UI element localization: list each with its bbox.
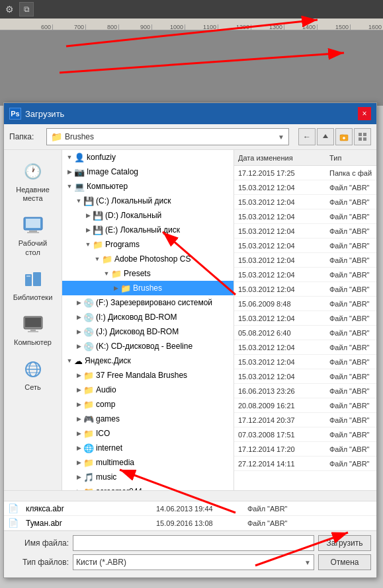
new-folder-button[interactable] — [335, 128, 353, 145]
tree-expand-icon[interactable]: ▼ — [65, 356, 74, 365]
file-list-item[interactable]: 15.03.2012 12:04Файл "ABR" — [234, 209, 376, 224]
tree-expand-icon[interactable]: ▼ — [74, 196, 83, 205]
sidebar-item-recent[interactable]: 🕐 Недавние места — [7, 155, 59, 207]
tree-item[interactable]: ▶📷Image Catalog — [62, 165, 234, 179]
tree-expand-icon[interactable]: ▶ — [74, 414, 83, 423]
file-list[interactable]: 17.12.2015 17:25Папка с фай15.03.2012 12… — [234, 166, 376, 490]
tree-expand-icon[interactable]: ▶ — [74, 458, 83, 467]
pinned-file-tuman[interactable]: 📄 Туман.abr 15.09.2016 13:08 Файл "ABR" — [4, 516, 376, 531]
tree-item[interactable]: ▶💿(I:) Дисковод BD-ROM — [62, 310, 234, 324]
tree-expand-icon[interactable]: ▶ — [74, 312, 83, 322]
col-header-date[interactable]: Дата изменения — [238, 154, 324, 162]
tree-expand-icon[interactable]: ▶ — [74, 298, 83, 307]
file-list-item[interactable]: 15.03.2012 12:04Файл "ABR" — [234, 239, 376, 253]
tree-item[interactable]: ▶💿(K:) CD-дисковод - Beeline — [62, 339, 234, 353]
file-list-item[interactable]: 15.03.2012 12:04Файл "ABR" — [234, 180, 376, 195]
file-list-item[interactable]: 15.03.2012 12:04Файл "ABR" — [234, 369, 376, 384]
tree-item[interactable]: ▼📁Programs — [62, 237, 234, 252]
tree-expand-icon[interactable]: ▼ — [102, 269, 111, 278]
tree-expand-icon[interactable]: ▶ — [74, 400, 83, 409]
tree-item[interactable]: ▶💾(D:) Локальный — [62, 208, 234, 223]
tree-expand-icon[interactable]: ▶ — [74, 472, 83, 482]
file-list-item[interactable]: 17.12.2015 17:25Папка с фай — [234, 166, 376, 180]
view-toggle-button[interactable] — [354, 128, 371, 145]
folder-select[interactable]: 📁 Brushes ▼ — [46, 128, 289, 145]
up-button[interactable] — [317, 128, 334, 145]
tree-item[interactable]: ▼📁Adobe Photoshop CS — [62, 252, 234, 266]
file-list-item[interactable]: 15.03.2012 12:04Файл "ABR" — [234, 224, 376, 239]
sidebar-item-desktop[interactable]: Рабочий стол — [7, 209, 59, 261]
tree-expand-icon[interactable]: ▶ — [74, 443, 83, 453]
file-list-item[interactable]: 15.03.2012 12:04Файл "ABR" — [234, 253, 376, 268]
tree-expand-icon[interactable]: ▶ — [74, 385, 83, 394]
file-list-item[interactable]: 15.03.2012 12:04Файл "ABR" — [234, 268, 376, 282]
tree-item[interactable]: ▶💾(E:) Локальный диск — [62, 223, 234, 237]
file-list-item[interactable]: 16.06.2013 23:26Файл "ABR" — [234, 384, 376, 398]
tree-item[interactable]: ▶🎮games — [62, 412, 234, 426]
file-list-item[interactable]: 17.12.2014 17:20Файл "ABR" — [234, 442, 376, 457]
tree-item[interactable]: ▶📁37 Free Mandala Brushes — [62, 368, 234, 383]
file-list-item[interactable]: 05.08.2012 6:40Файл "ABR" — [234, 326, 376, 340]
tree-expand-icon[interactable]: ▼ — [65, 182, 74, 191]
tree-item[interactable]: ▶💿(J:) Дисковод BD-ROM — [62, 324, 234, 339]
sidebar-item-network[interactable]: Сеть — [7, 353, 59, 396]
filetype-select[interactable]: Кисти (*.ABR) ▼ — [73, 554, 314, 570]
sidebar-item-computer[interactable]: Компьютер — [7, 308, 59, 351]
col-header-type[interactable]: Тип — [329, 154, 372, 162]
tree-expand-icon[interactable]: ▼ — [65, 153, 74, 162]
tree-item[interactable]: ▼👤konfuziy — [62, 150, 234, 165]
tree-item[interactable]: ▶💿(F:) Зарезервировано системой — [62, 295, 234, 310]
ps-tool-icon[interactable]: ⧉ — [19, 2, 34, 17]
tree-item-label: (K:) CD-дисковод - Beeline — [96, 342, 192, 351]
pinned-file-klaksa[interactable]: 📄 клякса.abr 14.06.2013 19:44 Файл "ABR" — [4, 501, 376, 516]
tree-expand-icon[interactable]: ▶ — [65, 167, 74, 176]
tree-item[interactable]: ▼💻Компьютер — [62, 179, 234, 194]
ruler-mark: 1500 — [318, 24, 351, 30]
file-list-item[interactable]: 15.06.2009 8:48Файл "ABR" — [234, 297, 376, 311]
scrollbar-area[interactable] — [4, 490, 376, 501]
tree-item-icon: 📁 — [83, 400, 94, 410]
file-list-item[interactable]: 07.03.2008 17:51Файл "ABR" — [234, 427, 376, 442]
tree-item[interactable]: ▼💾(C:) Локальный диск — [62, 194, 234, 208]
filename-input[interactable] — [73, 535, 314, 551]
file-list-item[interactable]: 15.03.2012 12:04Файл "ABR" — [234, 340, 376, 355]
sidebar-libraries-label: Библиотеки — [13, 293, 53, 302]
tree-expand-icon[interactable]: ▶ — [74, 342, 83, 351]
close-button[interactable]: × — [358, 107, 371, 120]
tree-expand-icon[interactable]: ▼ — [83, 240, 93, 249]
tree-item[interactable]: ▶📁ICO — [62, 426, 234, 441]
file-icon: 📄 — [8, 503, 19, 513]
file-entry-date: 15.03.2012 12:04 — [238, 184, 324, 192]
tree-expand-icon[interactable]: ▶ — [83, 211, 93, 220]
tree-item[interactable]: ▶📁multimedia — [62, 455, 234, 470]
new-folder-icon — [339, 132, 349, 141]
tree-item[interactable]: ▶📁comp — [62, 397, 234, 412]
tree-item[interactable]: ▶📁screamer044 — [62, 484, 234, 490]
tree-expand-icon[interactable]: ▶ — [83, 225, 93, 235]
tree-item[interactable]: ▶📁Brushes — [62, 281, 234, 295]
file-entry-type: Файл "ABR" — [329, 402, 372, 410]
file-list-item[interactable]: 20.08.2009 16:21Файл "ABR" — [234, 398, 376, 413]
file-tree[interactable]: ▼👤konfuziy▶📷Image Catalog▼💻Компьютер▼💾(C… — [62, 150, 234, 490]
load-button[interactable]: Загрузить — [318, 535, 371, 551]
cancel-button[interactable]: Отмена — [318, 554, 371, 570]
tree-expand-icon[interactable]: ▼ — [93, 254, 102, 264]
file-list-item[interactable]: 15.03.2012 12:04Файл "ABR" — [234, 282, 376, 297]
file-list-item[interactable]: 15.03.2012 12:04Файл "ABR" — [234, 311, 376, 326]
tree-item[interactable]: ▼📁Presets — [62, 266, 234, 281]
tree-item[interactable]: ▶🎵music — [62, 470, 234, 484]
tree-expand-icon[interactable]: ▶ — [74, 327, 83, 336]
file-list-item[interactable]: 17.12.2014 20:37Файл "ABR" — [234, 413, 376, 427]
file-list-item[interactable]: 15.03.2012 12:04Файл "ABR" — [234, 195, 376, 209]
file-list-item[interactable]: 15.03.2012 12:04Файл "ABR" — [234, 355, 376, 369]
file-list-item[interactable]: 27.12.2014 14:11Файл "ABR" — [234, 457, 376, 471]
tree-expand-icon[interactable]: ▶ — [74, 371, 83, 380]
back-button[interactable]: ← — [298, 128, 316, 145]
sidebar-item-libraries[interactable]: Библиотеки — [7, 263, 59, 307]
tree-item[interactable]: ▶📁Audio — [62, 383, 234, 397]
tree-item[interactable]: ▶🌐internet — [62, 441, 234, 455]
tree-item[interactable]: ▼☁Яндекс.Диск — [62, 353, 234, 368]
gear-icon[interactable]: ⚙ — [5, 4, 14, 15]
tree-expand-icon[interactable]: ▶ — [74, 429, 83, 438]
tree-expand-icon[interactable]: ▶ — [111, 283, 120, 293]
